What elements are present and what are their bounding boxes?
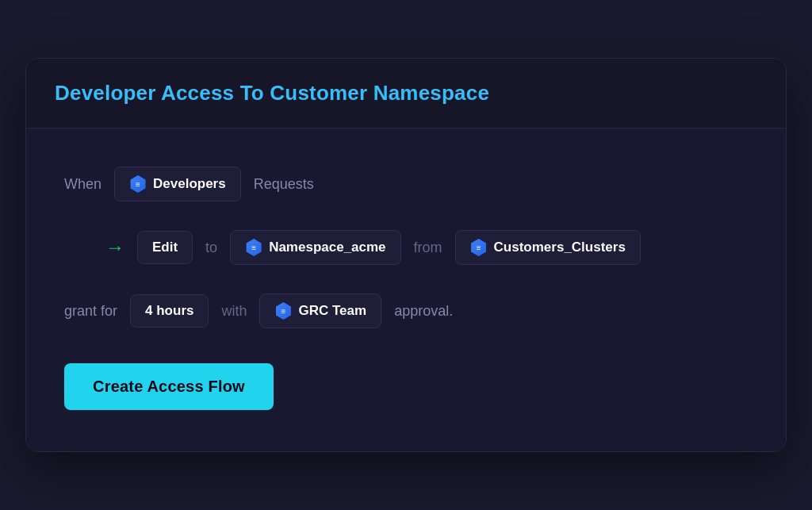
to-label: to: [205, 240, 217, 256]
arrow-icon: →: [105, 236, 124, 259]
developers-icon: [129, 175, 147, 193]
edit-label: Edit: [152, 240, 178, 255]
hexagon-icon: [129, 175, 147, 193]
card-header: Developer Access To Customer Namespace: [26, 59, 786, 128]
duration-label: 4 hours: [145, 303, 193, 319]
namespace-label: Namespace_acme: [269, 240, 385, 255]
grc-icon: [274, 302, 292, 320]
grant-for-label: grant for: [64, 303, 117, 320]
when-label: When: [64, 176, 102, 193]
duration-pill[interactable]: 4 hours: [130, 294, 209, 328]
main-card: Developer Access To Customer Namespace W…: [25, 58, 787, 452]
flow-line-1: When Developers Requests: [64, 167, 748, 201]
grc-team-label: GRC Team: [298, 303, 366, 319]
namespace-icon: [245, 239, 262, 256]
requests-label: Requests: [254, 176, 314, 193]
namespace-pill[interactable]: Namespace_acme: [230, 230, 400, 265]
page-title: Developer Access To Customer Namespace: [55, 81, 757, 105]
from-label: from: [414, 240, 442, 256]
hexagon-icon-4: [274, 302, 292, 320]
edit-pill[interactable]: Edit: [137, 231, 193, 264]
developers-pill[interactable]: Developers: [114, 167, 241, 201]
create-access-flow-button[interactable]: Create Access Flow: [64, 363, 274, 410]
approval-label: approval.: [394, 303, 453, 320]
clusters-icon: [470, 239, 488, 256]
hexagon-icon-2: [245, 239, 262, 256]
developers-label: Developers: [153, 176, 226, 192]
card-body: When Developers Requests → Edit to Names…: [26, 128, 786, 451]
hexagon-icon-3: [470, 239, 488, 256]
with-label: with: [221, 303, 247, 320]
flow-line-3: grant for 4 hours with GRC Team approval…: [64, 293, 748, 328]
clusters-label: Customers_Clusters: [494, 240, 626, 255]
flow-line-2: → Edit to Namespace_acme from Customers_…: [64, 230, 748, 265]
grc-team-pill[interactable]: GRC Team: [259, 293, 381, 328]
clusters-pill[interactable]: Customers_Clusters: [455, 230, 641, 265]
